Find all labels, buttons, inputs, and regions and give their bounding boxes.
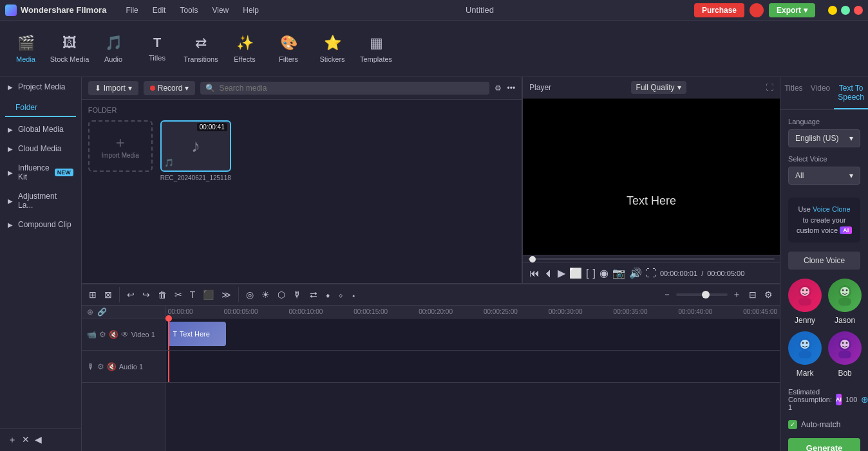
sidebar-item-cloud-media[interactable]: ▶ Cloud Media <box>0 139 81 158</box>
silence-detect-button[interactable]: ⬡ <box>276 288 287 302</box>
playhead[interactable] <box>168 318 169 350</box>
remove-folder-button[interactable]: ✕ <box>22 434 30 446</box>
voice-card-mark[interactable]: Mark <box>788 331 822 378</box>
mark-in-button[interactable]: [ <box>586 268 589 279</box>
more-options-icon[interactable]: ••• <box>507 84 515 93</box>
screenshot-button[interactable]: 📷 <box>612 267 625 279</box>
snap-icon[interactable]: ⊕ <box>87 308 93 317</box>
crop-button[interactable]: ⬜ <box>569 267 582 279</box>
cut-button[interactable]: ✂ <box>173 288 184 302</box>
text-button[interactable]: T <box>188 288 198 302</box>
record-voice-button[interactable]: 🎙 <box>291 288 304 302</box>
zoom-slider[interactable] <box>676 293 728 296</box>
purchase-button[interactable]: Purchase <box>694 3 744 17</box>
voice-selector[interactable]: All ▾ <box>788 167 860 185</box>
tab-titles[interactable]: Titles <box>780 77 807 109</box>
voice-card-bob[interactable]: Bob <box>828 331 862 378</box>
language-selector[interactable]: English (US) ▾ <box>788 129 860 147</box>
menu-file[interactable]: File <box>119 3 144 17</box>
play-button[interactable]: ▶ <box>558 267 565 279</box>
media-file-item[interactable]: ♪ 00:00:41 🎵 REC_20240621_125118 <box>160 120 231 181</box>
generate-button[interactable]: Generate <box>788 438 860 452</box>
delete-button[interactable]: 🗑 <box>156 288 169 302</box>
tab-video[interactable]: Video <box>807 77 834 109</box>
undo-button[interactable]: ↩ <box>125 288 137 302</box>
link-icon[interactable]: 🔗 <box>97 308 107 317</box>
sidebar-item-global-media[interactable]: ▶ Global Media <box>0 120 81 139</box>
toolbar-templates[interactable]: ▦ Templates <box>355 24 397 73</box>
audio-mute-icon[interactable]: 🔇 <box>107 362 117 371</box>
sidebar-item-compound-clip[interactable]: ▶ Compound Clip <box>0 215 81 234</box>
layout-button[interactable]: ⊟ <box>747 288 759 302</box>
expand-icon[interactable]: ⛶ <box>766 83 773 92</box>
record-button[interactable]: Record ▾ <box>144 81 196 95</box>
add-credits-icon[interactable]: ⊕ <box>861 394 868 405</box>
toolbar-media[interactable]: 🎬 Media <box>5 24 46 73</box>
ai-audio-button[interactable]: ⬨ <box>336 288 345 302</box>
video-track-area[interactable]: T Text Here <box>165 318 780 351</box>
voice-card-jason[interactable]: Jason <box>828 279 862 325</box>
toolbar-effects[interactable]: ✨ Effects <box>224 24 265 73</box>
zoom-out-button[interactable]: － <box>661 287 674 302</box>
search-media-input[interactable] <box>219 84 484 93</box>
sidebar-item-adjustment[interactable]: ▶ Adjustment La... <box>0 187 81 215</box>
voice-clone-info: Use Voice Clone to create your custom vo… <box>788 198 860 243</box>
progress-bar[interactable] <box>528 258 775 260</box>
toolbar-filters[interactable]: 🎨 Filters <box>268 24 309 73</box>
fullscreen-button[interactable]: ⛶ <box>646 268 656 279</box>
redo-button[interactable]: ↪ <box>140 288 152 302</box>
menu-edit[interactable]: Edit <box>146 3 173 17</box>
timeline-tracks-area[interactable]: 00:00:00 00:00:05:00 00:00:10:00 00:00:1… <box>165 306 780 451</box>
volume-button[interactable]: 🔊 <box>629 267 642 279</box>
video-lock-icon[interactable]: 👁 <box>121 330 129 339</box>
stabilize-button[interactable]: ⬩ <box>349 288 358 302</box>
audio-meter-button[interactable]: ◎ <box>244 288 256 302</box>
menu-help[interactable]: Help <box>236 3 265 17</box>
audio-settings-icon[interactable]: ⚙ <box>97 362 104 371</box>
sidebar-item-folder[interactable]: Folder <box>5 99 76 117</box>
magnet-button[interactable]: ⊠ <box>102 288 114 302</box>
toolbar-transitions[interactable]: ⇄ Transitions <box>180 24 222 73</box>
speed-button[interactable]: ⇄ <box>308 288 319 302</box>
filter-icon[interactable]: ⚙ <box>495 84 502 93</box>
add-to-timeline-button[interactable]: ◉ <box>599 267 609 279</box>
crop-timeline-button[interactable]: ⬛ <box>201 288 216 302</box>
quality-selector[interactable]: Full Quality ▾ <box>631 81 686 94</box>
collapse-panel-button[interactable]: ◀ <box>35 434 42 446</box>
audio-track-area[interactable] <box>165 351 780 383</box>
more-tools-button[interactable]: ≫ <box>220 288 233 302</box>
add-folder-button[interactable]: ＋ <box>8 434 17 446</box>
settings-button[interactable]: ⚙ <box>762 288 775 302</box>
minimize-button[interactable] <box>828 6 837 15</box>
video-settings-icon[interactable]: ⚙ <box>99 330 106 339</box>
sidebar-item-project-media[interactable]: ▶ Project Media <box>0 77 81 97</box>
toolbar-stickers[interactable]: ⭐ Stickers <box>312 24 353 73</box>
menu-view[interactable]: View <box>205 3 235 17</box>
step-back-button[interactable]: ⏴ <box>543 268 554 279</box>
maximize-button[interactable] <box>841 6 850 15</box>
toolbar-titles[interactable]: T Titles <box>137 24 178 73</box>
add-track-button[interactable]: ⊞ <box>87 288 99 302</box>
user-avatar[interactable] <box>750 3 764 17</box>
video-mute-icon[interactable]: 🔇 <box>109 330 118 339</box>
video-clip[interactable]: T Text Here <box>168 322 226 346</box>
clone-voice-button[interactable]: Clone Voice <box>788 252 860 270</box>
import-media-button[interactable]: + Import Media <box>88 120 153 172</box>
mark-out-button[interactable]: ] <box>593 268 596 279</box>
color-grade-button[interactable]: ☀ <box>259 288 272 302</box>
menu-tools[interactable]: Tools <box>173 3 204 17</box>
close-button[interactable] <box>854 6 863 15</box>
toolbar-stock-media[interactable]: 🖼 Stock Media <box>49 24 90 73</box>
export-button[interactable]: Export ▾ <box>769 3 815 17</box>
search-media-box[interactable]: 🔍 <box>200 82 489 95</box>
zoom-in-button[interactable]: ＋ <box>730 287 743 302</box>
import-button[interactable]: ⬇ Import ▾ <box>88 81 138 95</box>
skip-back-button[interactable]: ⏮ <box>529 268 540 279</box>
toolbar-audio[interactable]: 🎵 Audio <box>93 24 134 73</box>
tab-text-to-speech[interactable]: Text To Speech <box>834 77 868 109</box>
auto-match-checkbox[interactable]: ✓ <box>788 420 797 429</box>
ai-tools-button[interactable]: ⬧ <box>323 288 332 302</box>
sidebar-item-influence-kit[interactable]: ▶ Influence Kit NEW <box>0 158 81 187</box>
voice-clone-link[interactable]: Voice Clone <box>813 205 851 213</box>
voice-card-jenny[interactable]: Jenny <box>788 279 822 325</box>
